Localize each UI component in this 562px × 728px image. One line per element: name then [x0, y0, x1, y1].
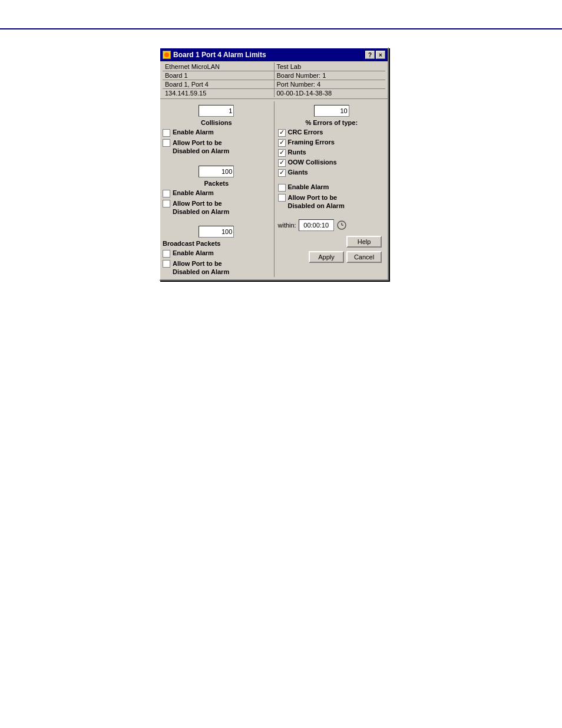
collisions-enable-checkbox[interactable] — [163, 129, 170, 137]
collisions-allow-checkbox[interactable] — [163, 139, 170, 147]
broadcast-input[interactable]: 100 — [199, 226, 234, 238]
broadcast-enable-row: Enable Alarm — [163, 249, 270, 258]
packets-enable-checkbox[interactable] — [163, 190, 170, 197]
apply-button[interactable]: Apply — [309, 251, 344, 263]
vertical-divider — [274, 101, 275, 277]
dialog-title: Board 1 Port 4 Alarm Limits — [173, 51, 266, 59]
errors-allow-row: Allow Port to be Disabled on Alarm — [278, 193, 386, 210]
board1-label: Board 1 — [163, 71, 275, 80]
app-icon — [163, 51, 171, 59]
ethernet-microlan: Ethernet MicroLAN — [163, 62, 275, 71]
packets-allow-checkbox[interactable] — [163, 200, 170, 207]
collisions-label: Collisions — [163, 119, 270, 126]
top-divider — [0, 28, 562, 29]
errors-enable-row: Enable Alarm — [278, 183, 386, 192]
within-input[interactable]: 00:00:10 — [299, 219, 334, 231]
collisions-allow-label: Allow Port to be Disabled on Alarm — [173, 139, 229, 156]
info-section: Ethernet MicroLAN Test Lab Board 1 Board… — [160, 61, 388, 99]
framing-errors-label: Framing Errors — [288, 139, 335, 146]
buttons-row: Apply Cancel — [278, 249, 386, 266]
packets-enable-row: Enable Alarm — [163, 189, 270, 197]
title-bar: Board 1 Port 4 Alarm Limits ? × — [160, 48, 388, 61]
close-button[interactable]: × — [376, 51, 385, 59]
broadcast-enable-checkbox[interactable] — [163, 250, 170, 258]
cancel-button[interactable]: Cancel — [346, 251, 382, 263]
errors-enable-label: Enable Alarm — [288, 183, 329, 190]
right-panel: 10 % Errors of type: CRC Errors Framing … — [278, 101, 386, 277]
test-lab: Test Lab — [275, 62, 386, 71]
framing-errors-checkbox[interactable] — [278, 139, 286, 147]
dialog-window: Board 1 Port 4 Alarm Limits ? × Ethernet… — [159, 47, 389, 281]
runts-row: Runts — [278, 149, 386, 157]
help-btn[interactable]: Help — [346, 236, 382, 248]
errors-allow-label: Allow Port to be Disabled on Alarm — [288, 193, 345, 210]
packets-enable-label: Enable Alarm — [173, 189, 214, 196]
port-number: Port Number: 4 — [275, 80, 386, 88]
crc-errors-checkbox[interactable] — [278, 129, 286, 137]
percent-errors-input[interactable]: 10 — [314, 105, 349, 117]
collisions-enable-row: Enable Alarm — [163, 129, 270, 137]
packets-input[interactable]: 100 — [199, 166, 234, 177]
percent-errors-label: % Errors of type: — [278, 119, 386, 126]
broadcast-label: Broadcast Packets — [163, 240, 270, 247]
help-button[interactable]: ? — [365, 51, 375, 59]
within-section: within: 00:00:10 — [278, 217, 386, 233]
giants-row: Giants — [278, 169, 386, 177]
errors-enable-checkbox[interactable] — [278, 184, 286, 192]
within-label: within: — [278, 222, 296, 229]
framing-errors-row: Framing Errors — [278, 139, 386, 147]
oow-collisions-row: OOW Collisions — [278, 159, 386, 167]
board1-port4-label: Board 1, Port 4 — [163, 80, 275, 88]
broadcast-allow-checkbox[interactable] — [163, 260, 170, 268]
giants-label: Giants — [288, 169, 308, 176]
errors-allow-checkbox[interactable] — [278, 194, 286, 202]
crc-errors-label: CRC Errors — [288, 129, 323, 136]
packets-allow-row: Allow Port to be Disabled on Alarm — [163, 199, 270, 216]
main-content: 1 Collisions Enable Alarm Allow Port to … — [160, 99, 388, 279]
oow-collisions-label: OOW Collisions — [288, 159, 337, 166]
mac-address: 00-00-1D-14-38-38 — [275, 89, 386, 97]
runts-checkbox[interactable] — [278, 149, 286, 157]
packets-allow-label: Allow Port to be Disabled on Alarm — [173, 199, 229, 216]
collisions-allow-row: Allow Port to be Disabled on Alarm — [163, 139, 270, 156]
board-number: Board Number: 1 — [275, 71, 386, 80]
runts-label: Runts — [288, 149, 306, 156]
broadcast-enable-label: Enable Alarm — [173, 249, 214, 256]
packets-label: Packets — [163, 180, 270, 187]
oow-collisions-checkbox[interactable] — [278, 159, 286, 167]
collisions-enable-label: Enable Alarm — [173, 129, 214, 136]
left-panel: 1 Collisions Enable Alarm Allow Port to … — [163, 101, 270, 277]
broadcast-allow-row: Allow Port to be Disabled on Alarm — [163, 259, 270, 276]
broadcast-allow-label: Allow Port to be Disabled on Alarm — [173, 259, 229, 276]
clock-icon[interactable] — [336, 220, 347, 230]
ip-address: 134.141.59.15 — [163, 89, 275, 97]
giants-checkbox[interactable] — [278, 169, 286, 177]
help-row: Help — [278, 235, 386, 248]
crc-errors-row: CRC Errors — [278, 129, 386, 137]
collisions-input[interactable]: 1 — [199, 105, 234, 117]
